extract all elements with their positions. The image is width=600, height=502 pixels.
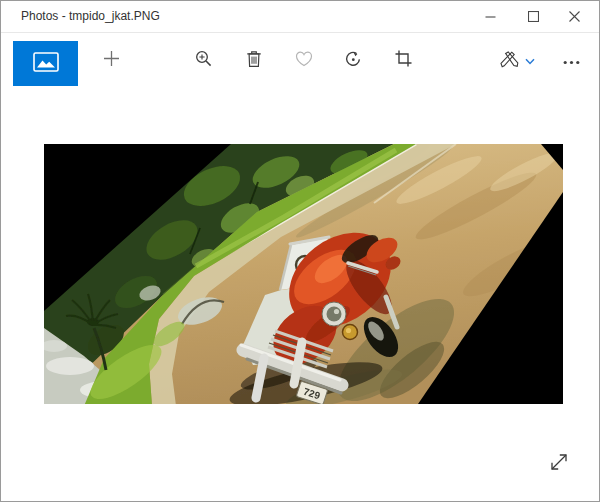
photos-gallery-icon (33, 52, 59, 75)
viewer-area: 729 (1, 87, 599, 501)
minimize-button[interactable] (475, 3, 505, 30)
close-button[interactable] (559, 3, 589, 30)
heart-icon (295, 51, 313, 70)
diagonal-expand-icon (549, 452, 569, 475)
favorite-button[interactable] (286, 42, 322, 78)
fullscreen-button[interactable] (541, 445, 577, 481)
edit-create-button[interactable] (488, 42, 544, 78)
plus-icon (103, 50, 120, 70)
zoom-in-button[interactable] (185, 42, 221, 78)
see-all-photos-button[interactable] (13, 41, 78, 86)
photo-canvas[interactable]: 729 (44, 144, 563, 404)
photos-app-window: Photos - tmpido_jkat.PNG (0, 0, 600, 502)
rotate-button[interactable] (335, 42, 371, 78)
rotate-icon (344, 50, 362, 71)
title-bar: Photos - tmpido_jkat.PNG (1, 1, 599, 33)
edit-create-icon (498, 50, 520, 71)
magnifier-plus-icon (195, 50, 212, 70)
toolbar (1, 33, 599, 87)
crop-icon (395, 50, 412, 70)
delete-button[interactable] (236, 42, 272, 78)
crop-button[interactable] (385, 42, 421, 78)
close-icon (569, 11, 580, 22)
window-title: Photos - tmpido_jkat.PNG (21, 1, 160, 32)
ellipsis-icon (563, 53, 580, 68)
maximize-icon (528, 11, 539, 22)
add-button[interactable] (93, 42, 129, 78)
chevron-down-icon (525, 53, 535, 68)
trash-icon (246, 50, 262, 71)
minimize-icon (485, 11, 496, 22)
see-more-button[interactable] (553, 42, 589, 78)
rotated-photo: 729 (44, 144, 563, 404)
maximize-button[interactable] (518, 3, 548, 30)
